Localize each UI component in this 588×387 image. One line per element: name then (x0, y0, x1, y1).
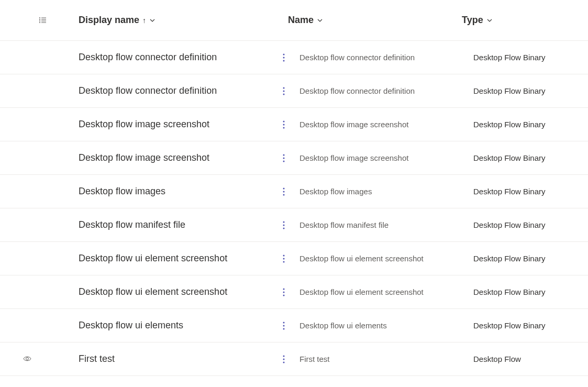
row-actions-cell (268, 219, 299, 231)
row-actions-cell (268, 152, 299, 164)
svg-point-8 (283, 53, 285, 55)
display-name-text[interactable]: Desktop flow manifest file (79, 219, 185, 230)
type-cell: Desktop Flow Binary (473, 153, 588, 162)
svg-point-20 (283, 187, 285, 189)
more-actions-button[interactable] (278, 51, 290, 64)
table-row[interactable]: Desktop flow ui elementsDesktop flow ui … (0, 309, 588, 342)
sort-ascending-icon: ↑ (142, 16, 146, 25)
more-actions-button[interactable] (278, 353, 290, 366)
svg-point-25 (283, 227, 285, 229)
table-row[interactable]: Desktop flow manifest fileDesktop flow m… (0, 208, 588, 242)
display-name-text[interactable]: Desktop flow images (79, 186, 165, 197)
display-name-text[interactable]: Desktop flow ui element screenshot (79, 253, 227, 264)
name-cell: Desktop flow ui element screenshot (299, 288, 473, 296)
column-header-label: Name (288, 15, 314, 26)
name-text: Desktop flow connector definition (299, 86, 415, 95)
svg-point-32 (283, 322, 285, 323)
name-cell: Desktop flow ui element screenshot (299, 254, 473, 263)
svg-point-34 (283, 328, 285, 329)
list-view-icon[interactable] (39, 16, 47, 25)
display-name-cell: Desktop flow image screenshot (64, 152, 268, 163)
table-row[interactable]: Desktop flow image screenshotDesktop flo… (0, 141, 588, 175)
svg-point-17 (283, 154, 285, 156)
svg-point-10 (283, 60, 285, 61)
table-header-row: Display name ↑ Name Type (0, 0, 588, 41)
svg-point-19 (283, 160, 285, 162)
svg-point-23 (283, 221, 285, 223)
row-actions-cell (268, 319, 299, 332)
more-actions-button[interactable] (278, 319, 290, 332)
svg-point-33 (283, 325, 285, 326)
svg-point-18 (283, 157, 285, 159)
chevron-down-icon (149, 17, 156, 24)
column-header-display-name[interactable]: Display name ↑ (79, 15, 156, 26)
display-name-cell: Desktop flow ui element screenshot (64, 253, 268, 264)
row-actions-cell (268, 353, 299, 366)
display-name-text[interactable]: Desktop flow ui element screenshot (79, 286, 227, 297)
chevron-down-icon (317, 17, 323, 24)
name-text: Desktop flow manifest file (299, 220, 389, 229)
more-actions-button[interactable] (278, 219, 290, 231)
svg-point-9 (283, 57, 285, 58)
display-name-text[interactable]: Desktop flow image screenshot (79, 152, 209, 163)
display-name-cell: Desktop flow ui element screenshot (64, 286, 268, 297)
table-row[interactable]: Desktop flow ui element screenshotDeskto… (0, 275, 588, 309)
svg-point-31 (283, 294, 285, 296)
row-actions-cell (268, 252, 299, 265)
row-indicator-cell (0, 355, 31, 363)
display-name-cell: Desktop flow manifest file (64, 219, 268, 230)
type-text: Desktop Flow Binary (473, 120, 546, 129)
svg-point-29 (283, 288, 285, 290)
type-cell: Desktop Flow Binary (473, 321, 588, 330)
svg-point-26 (283, 255, 285, 256)
name-text: Desktop flow image screenshot (299, 153, 408, 162)
display-name-text[interactable]: Desktop flow connector definition (79, 52, 217, 63)
type-text: Desktop Flow Binary (473, 254, 546, 263)
column-header-label: Type (462, 15, 483, 26)
table-row[interactable]: Desktop flow ui element screenshotDeskto… (0, 242, 588, 275)
type-cell: Desktop Flow Binary (473, 53, 588, 62)
more-actions-button[interactable] (278, 185, 290, 198)
svg-point-38 (283, 361, 285, 363)
column-header-name[interactable]: Name (288, 15, 323, 26)
display-name-cell: Desktop flow connector definition (64, 52, 268, 63)
svg-point-21 (283, 191, 285, 192)
type-text: Desktop Flow Binary (473, 86, 546, 95)
type-text: Desktop Flow Binary (473, 153, 546, 162)
table-row[interactable]: First testFirst testDesktop Flow (0, 342, 588, 376)
table-row[interactable]: Desktop flow connector definitionDesktop… (0, 41, 588, 74)
data-table: Display name ↑ Name Type (0, 0, 588, 376)
more-actions-button[interactable] (278, 286, 290, 298)
more-actions-button[interactable] (278, 152, 290, 164)
svg-point-27 (283, 258, 285, 259)
name-cell: First test (299, 355, 473, 363)
display-name-text[interactable]: Desktop flow ui elements (79, 320, 183, 331)
display-name-text[interactable]: Desktop flow connector definition (79, 85, 217, 96)
svg-point-15 (283, 124, 285, 125)
type-cell: Desktop Flow Binary (473, 86, 588, 95)
table-row[interactable]: Desktop flow image screenshotDesktop flo… (0, 108, 588, 141)
display-name-cell: Desktop flow image screenshot (64, 119, 268, 130)
table-row[interactable]: Desktop flow imagesDesktop flow imagesDe… (0, 175, 588, 208)
name-cell: Desktop flow ui elements (299, 321, 473, 330)
svg-point-13 (283, 93, 285, 95)
more-actions-button[interactable] (278, 118, 290, 131)
display-name-cell: Desktop flow images (64, 186, 268, 197)
display-name-text[interactable]: First test (79, 353, 115, 364)
more-actions-button[interactable] (278, 85, 290, 97)
type-cell: Desktop Flow Binary (473, 254, 588, 263)
svg-point-11 (283, 87, 285, 89)
svg-point-30 (283, 291, 285, 293)
display-name-text[interactable]: Desktop flow image screenshot (79, 119, 209, 130)
name-cell: Desktop flow images (299, 187, 473, 196)
column-header-label: Display name (79, 15, 139, 26)
more-actions-button[interactable] (278, 252, 290, 265)
name-text: Desktop flow image screenshot (299, 120, 408, 129)
name-text: Desktop flow connector definition (299, 53, 415, 62)
svg-point-12 (283, 90, 285, 92)
name-text: Desktop flow ui elements (299, 321, 387, 330)
column-header-type[interactable]: Type (462, 15, 493, 26)
table-row[interactable]: Desktop flow connector definitionDesktop… (0, 74, 588, 108)
svg-point-22 (283, 194, 285, 195)
svg-point-36 (283, 355, 285, 357)
